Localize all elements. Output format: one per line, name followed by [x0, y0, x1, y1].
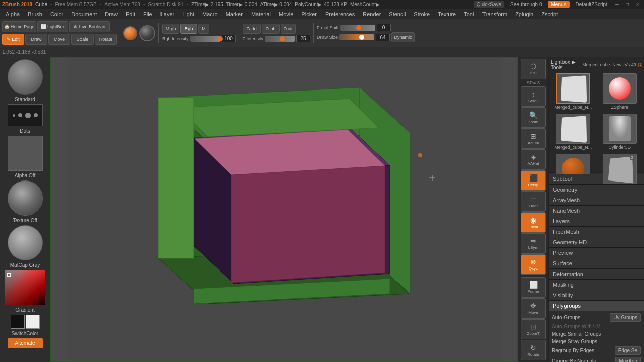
- canvas-area[interactable]: [50, 57, 518, 362]
- mrgb-btn[interactable]: Mrgb: [162, 24, 179, 34]
- merge-stray-row[interactable]: Merge Stray Groups: [552, 338, 641, 345]
- lsym-tool[interactable]: ⇔ LSym: [521, 233, 546, 254]
- local-tool[interactable]: ◉ Local: [521, 212, 546, 233]
- z-intensity-slider[interactable]: [265, 36, 295, 42]
- rotate-tool[interactable]: ↻ Rotate: [521, 340, 546, 360]
- zadd-btn[interactable]: Zadd: [243, 24, 261, 34]
- menu-color[interactable]: Color: [47, 10, 67, 18]
- regroup-by-edges-row[interactable]: Regroup By Edges Edge Se: [552, 345, 641, 356]
- alternate-btn[interactable]: Alternate: [8, 338, 43, 348]
- foreground-color[interactable]: [11, 315, 25, 329]
- layers-header[interactable]: Layers: [549, 216, 644, 226]
- deformation-header[interactable]: Deformation: [549, 269, 644, 279]
- stroke-preview[interactable]: [8, 104, 43, 126]
- background-color[interactable]: [26, 315, 40, 329]
- qxyz-tool[interactable]: ⊛ Qxyz: [521, 254, 546, 275]
- rotate-btn[interactable]: Rotate: [95, 34, 117, 45]
- draw-btn[interactable]: Draw: [25, 34, 47, 45]
- move-btn[interactable]: Move: [48, 34, 70, 45]
- menu-zscript[interactable]: Zscript: [538, 10, 561, 18]
- edit-btn[interactable]: ✎ Edit: [2, 34, 24, 45]
- menu-stroke[interactable]: Stroke: [410, 10, 433, 18]
- menu-tool[interactable]: Tool: [460, 10, 477, 18]
- menu-movie[interactable]: Movie: [275, 10, 297, 18]
- menu-document[interactable]: Document: [68, 10, 100, 18]
- menu-file[interactable]: File: [140, 10, 156, 18]
- tool-cylinder3d[interactable]: Cylinder3D: [598, 113, 642, 151]
- menu-brush[interactable]: Brush: [24, 10, 46, 18]
- live-boolean-btn[interactable]: ⊕ Live Boolean: [69, 21, 110, 32]
- menu-edit[interactable]: Edit: [122, 10, 139, 18]
- visibility-header[interactable]: Visibility: [549, 290, 644, 300]
- rgb-btn[interactable]: Rgb: [180, 24, 197, 34]
- menu-texture[interactable]: Texture: [434, 10, 459, 18]
- lightbox-label[interactable]: Lightbox ▶ Tools: [551, 59, 578, 70]
- surface-header[interactable]: Surface: [549, 258, 644, 268]
- groups-by-normals-row[interactable]: Groups By Normals MaxAng: [552, 356, 641, 362]
- maxang-btn[interactable]: MaxAng: [615, 357, 641, 362]
- lightbox-btn[interactable]: ⬜ LightBox: [37, 21, 68, 32]
- menu-stencil[interactable]: Stencil: [385, 10, 409, 18]
- tool-merged-cube-1[interactable]: Merged_cube_N...: [551, 72, 596, 111]
- persp-tool[interactable]: ⬛ Persp: [521, 170, 546, 191]
- masking-header[interactable]: Masking: [549, 280, 644, 290]
- aahat-tool[interactable]: ◈ AAHat: [521, 149, 546, 170]
- window-maximize[interactable]: □: [624, 2, 631, 7]
- m-btn[interactable]: M: [198, 24, 209, 34]
- merge-similar-row[interactable]: Merge Similar Groups: [552, 330, 641, 338]
- menu-macro[interactable]: Macro: [199, 10, 221, 18]
- default-zscript[interactable]: DefaultZScript: [573, 1, 610, 8]
- menu-picker[interactable]: Picker: [298, 10, 320, 18]
- draw-size-slider[interactable]: [339, 34, 374, 40]
- menu-draw[interactable]: Draw: [101, 10, 121, 18]
- actual-tool[interactable]: ⊞ Actual: [521, 128, 546, 149]
- focal-shift-slider[interactable]: [340, 25, 375, 31]
- color-swatch-main[interactable]: [123, 26, 137, 40]
- geometryhd-header[interactable]: Geometry HD: [549, 237, 644, 247]
- menu-preferences[interactable]: Preferences: [321, 10, 358, 18]
- move-tool[interactable]: ✥ Move: [521, 298, 546, 319]
- menu-material[interactable]: Material: [248, 10, 274, 18]
- matcap-selector[interactable]: [139, 25, 155, 41]
- uv-groups-btn[interactable]: Uv Groups: [610, 313, 641, 322]
- home-page-btn[interactable]: 🏠 Home Page: [2, 21, 36, 32]
- scroll-tool[interactable]: ↕ Scroll: [521, 86, 546, 107]
- switch-colors[interactable]: [11, 315, 40, 329]
- fibermesh-header[interactable]: FiberMesh: [549, 227, 644, 237]
- dynamic-btn[interactable]: Dynamic: [391, 32, 415, 42]
- color-picker[interactable]: [5, 270, 45, 305]
- menu-layer[interactable]: Layer: [157, 10, 178, 18]
- edge-se-btn[interactable]: Edge Se: [615, 346, 641, 355]
- brh-tool[interactable]: ⬡ BrH: [521, 59, 546, 79]
- zsub-btn[interactable]: Zsub: [262, 24, 280, 34]
- menus-btn[interactable]: Menus: [548, 1, 569, 8]
- tool-zsphere[interactable]: ZSphere: [598, 72, 642, 111]
- tool-merged-cube-2[interactable]: Merged_cube_N...: [551, 113, 596, 151]
- zout-btn[interactable]: Zout: [281, 24, 296, 34]
- brush-preview[interactable]: [8, 59, 43, 95]
- menu-marker[interactable]: Marker: [222, 10, 247, 18]
- arraymesh-header[interactable]: ArrayMesh: [549, 195, 644, 205]
- menu-zplugin[interactable]: Zplugin: [512, 10, 537, 18]
- nanomesh-header[interactable]: NanoMesh: [549, 206, 644, 216]
- menu-render[interactable]: Render: [359, 10, 384, 18]
- scale-btn[interactable]: Scale: [71, 34, 94, 45]
- window-minimize[interactable]: ─: [613, 2, 621, 7]
- frame-tool[interactable]: ⬜ Frame: [521, 277, 546, 298]
- seethrough[interactable]: See-through 0: [507, 1, 545, 8]
- menu-light[interactable]: Light: [179, 10, 198, 18]
- zoomt-tool[interactable]: ⊡ ZoomT: [521, 319, 546, 340]
- menu-transform[interactable]: Transform: [478, 10, 511, 18]
- rgb-intensity-slider[interactable]: [190, 36, 220, 42]
- menu-alpha[interactable]: Alpha: [2, 10, 23, 18]
- preview-header[interactable]: Preview: [549, 248, 644, 258]
- texture-preview[interactable]: [8, 180, 43, 216]
- polygroups-header[interactable]: Polygroups: [549, 301, 644, 311]
- floor-tool[interactable]: ▭ Floor: [521, 191, 546, 212]
- 3d-viewport[interactable]: [50, 57, 518, 362]
- alpha-preview[interactable]: [8, 136, 43, 171]
- window-close[interactable]: ✕: [634, 2, 642, 7]
- geometry-header[interactable]: Geometry: [549, 185, 644, 195]
- quicksave-btn[interactable]: QuickSave: [474, 1, 504, 8]
- auto-groups-row[interactable]: Auto Groups Uv Groups: [552, 312, 641, 323]
